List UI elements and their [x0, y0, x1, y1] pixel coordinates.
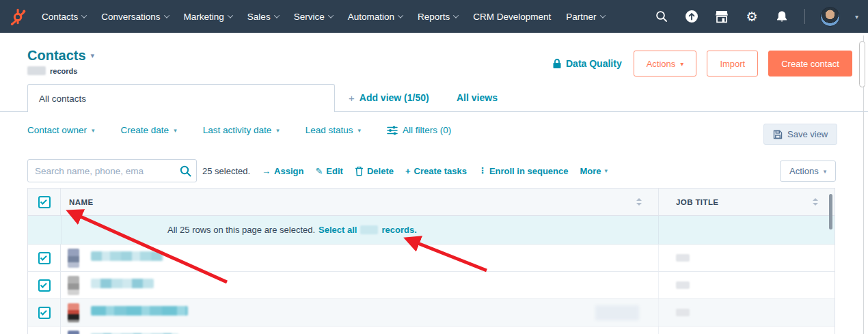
user-avatar[interactable] — [820, 7, 840, 27]
job-title-cell — [658, 272, 835, 298]
actions-label: Actions — [647, 59, 676, 69]
add-view-button[interactable]: + Add view (1/50) — [349, 84, 429, 111]
select-all-checkbox[interactable] — [38, 196, 51, 208]
name-column-header[interactable]: NAME — [61, 189, 658, 215]
more-dropdown[interactable]: More ▾ — [580, 166, 608, 176]
select-all-prefix: Select all — [318, 225, 357, 235]
nav-marketing[interactable]: Marketing — [176, 0, 240, 33]
filter-label: Contact owner — [27, 125, 87, 135]
filter-label: Create date — [121, 125, 169, 135]
nav-conversations[interactable]: Conversations — [94, 0, 176, 33]
nav-reports[interactable]: Reports — [410, 0, 465, 33]
create-contact-button[interactable]: Create contact — [768, 51, 852, 76]
filter-contact-owner[interactable]: Contact owner ▾ — [27, 125, 95, 135]
caret-down-icon: ▾ — [358, 127, 362, 134]
data-quality-link[interactable]: Data Quality — [552, 58, 622, 69]
page-scrollbar-thumb[interactable] — [859, 41, 865, 87]
select-all-records-link[interactable]: Select all records. — [318, 225, 417, 235]
nav-contacts[interactable]: Contacts — [34, 0, 94, 33]
select-all-cell — [28, 189, 61, 215]
chevron-down-icon — [398, 12, 403, 18]
row-checkbox[interactable] — [38, 307, 51, 319]
table-scrollbar-thumb[interactable] — [829, 194, 832, 229]
row-checkbox[interactable] — [38, 279, 51, 292]
name-cell — [61, 326, 658, 334]
notifications-bell-icon[interactable] — [774, 9, 789, 24]
name-cell — [61, 272, 658, 298]
sort-icon[interactable] — [813, 198, 825, 206]
assign-button[interactable]: → Assign — [262, 166, 303, 176]
import-label: Import — [720, 59, 745, 69]
all-views-link[interactable]: All views — [457, 84, 498, 111]
nav-label: Marketing — [184, 12, 224, 22]
search-icon[interactable] — [654, 9, 669, 24]
nav-automation[interactable]: Automation — [340, 0, 410, 33]
more-label: More — [580, 166, 601, 176]
plus-icon: + — [405, 166, 411, 176]
row-checkbox-cell — [28, 326, 61, 334]
checkmark-icon — [40, 254, 47, 261]
caret-down-icon: ▾ — [824, 168, 827, 175]
nav-sales[interactable]: Sales — [240, 0, 286, 33]
search-submit-icon[interactable] — [178, 164, 192, 178]
redacted-contact-name[interactable] — [91, 251, 163, 261]
contacts-table: NAME JOB TITLE All 25 rows on this page … — [27, 188, 835, 334]
marketplace-icon[interactable] — [714, 9, 729, 24]
sequence-icon: ⋮ — [478, 166, 486, 176]
records-count: records — [27, 66, 77, 75]
account-chevron-icon[interactable]: ▾ — [855, 13, 858, 20]
filter-lead-status[interactable]: Lead status ▾ — [306, 125, 361, 135]
assign-arrow-icon: → — [262, 166, 271, 176]
create-tasks-button[interactable]: + Create tasks — [405, 166, 467, 176]
bulk-action-bar: 25 selected. → Assign ✎ Edit Delete + Cr… — [202, 159, 608, 182]
selection-banner: All 25 rows on this page are selected. S… — [28, 216, 835, 245]
row-checkbox-cell — [28, 299, 61, 326]
name-header-label: NAME — [69, 198, 93, 206]
header-actions-button[interactable]: Actions ▾ — [634, 51, 697, 76]
page-title[interactable]: Contacts ▾ — [27, 48, 94, 64]
table-actions-button[interactable]: Actions ▾ — [780, 161, 836, 182]
sort-icon[interactable] — [636, 198, 649, 206]
selection-banner-text: All 25 rows on this page are selected. — [167, 225, 315, 235]
chevron-down-icon — [599, 12, 605, 18]
save-view-button[interactable]: Save view — [763, 124, 837, 145]
nav-label: Service — [294, 12, 325, 22]
row-checkbox-cell — [28, 272, 61, 298]
views-tab-bar: All contacts + Add view (1/50) All views — [0, 84, 868, 112]
redacted-job-title — [676, 281, 690, 289]
sliders-icon — [387, 126, 398, 135]
table-row[interactable] — [28, 272, 835, 299]
search-input[interactable] — [27, 159, 197, 182]
nav-partner[interactable]: Partner — [558, 0, 612, 33]
checkmark-icon — [40, 309, 47, 316]
redacted-contact-name[interactable] — [91, 306, 188, 316]
hubspot-logo-icon[interactable] — [7, 6, 27, 27]
delete-button[interactable]: Delete — [355, 166, 394, 176]
row-checkbox-cell — [28, 245, 61, 271]
quick-filters: Contact owner ▾ Create date ▾ Last activ… — [27, 125, 451, 135]
row-checkbox[interactable] — [38, 252, 51, 264]
edit-button[interactable]: ✎ Edit — [315, 166, 342, 176]
settings-gear-icon[interactable]: ⚙ — [744, 9, 759, 24]
create-contact-label: Create contact — [781, 59, 839, 69]
enroll-in-sequence-button[interactable]: ⋮ Enroll in sequence — [478, 166, 569, 176]
chevron-down-icon — [327, 12, 333, 18]
all-filters-button[interactable]: All filters (0) — [387, 125, 451, 135]
lock-icon — [552, 58, 562, 69]
tab-all-contacts[interactable]: All contacts — [27, 84, 335, 112]
table-row[interactable] — [28, 299, 835, 326]
main-menu: Contacts Conversations Marketing Sales S… — [34, 0, 612, 33]
job-title-column-header[interactable]: JOB TITLE — [658, 189, 835, 215]
redacted-contact-name[interactable] — [91, 279, 154, 288]
table-row[interactable] — [28, 326, 835, 334]
nav-crm-development[interactable]: CRM Development — [465, 0, 558, 33]
product-updates-icon[interactable] — [684, 9, 699, 24]
chevron-down-icon — [81, 12, 87, 18]
table-row[interactable] — [28, 245, 835, 272]
edit-label: Edit — [326, 166, 343, 176]
pencil-icon: ✎ — [315, 166, 323, 176]
filter-create-date[interactable]: Create date ▾ — [121, 125, 177, 135]
filter-last-activity-date[interactable]: Last activity date ▾ — [203, 125, 280, 135]
import-button[interactable]: Import — [707, 51, 758, 76]
nav-service[interactable]: Service — [286, 0, 340, 33]
